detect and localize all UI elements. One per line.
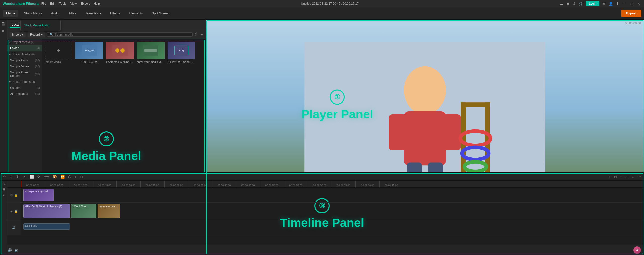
menu-export[interactable]: Export	[81, 2, 90, 5]
tl-fit-button[interactable]: ⊡	[613, 174, 618, 179]
ruler-50: 00:00:50:00	[260, 181, 284, 187]
filter-icon[interactable]: ⚙	[195, 33, 198, 36]
close-button[interactable]: ✕	[636, 2, 641, 6]
minimize-button[interactable]: ─	[622, 2, 626, 6]
menu-view[interactable]: View	[70, 2, 77, 5]
tl-more-button[interactable]: ⋯	[636, 174, 642, 179]
menu-help[interactable]: Help	[94, 2, 100, 5]
tree-sample-green-screen[interactable]: Sample Green Screen (10)	[7, 69, 42, 79]
tree-folder[interactable]: Folder (4)	[7, 45, 42, 51]
timeline-left-icons: ⬡ ⊞ ≡	[0, 181, 7, 255]
tree-preset-templates-header[interactable]: ▾ Preset Templates	[7, 79, 42, 85]
tab-titles[interactable]: Titles	[65, 10, 80, 17]
tl-audio-button[interactable]: ♪	[74, 174, 77, 179]
tree-shared-media-header[interactable]: ▸ Shared Media (0)	[7, 51, 42, 57]
media-label-1200: 1200_650-og	[81, 60, 98, 63]
track-lock-icon[interactable]: 🔒	[14, 193, 18, 197]
tl-redo-button[interactable]: ↪	[9, 174, 14, 179]
track-content-audio: audio track	[21, 220, 644, 235]
player-panel-number: ①	[330, 89, 345, 105]
tree-sample-video[interactable]: Sample Video (20)	[7, 63, 42, 69]
media-item-keyframes[interactable]: keyframes-winning-p...	[106, 42, 134, 63]
track-clip-keyframes[interactable]: keyframes-winning	[98, 204, 120, 218]
ruler-marks: 00:00:00:00 00:00:05:00 00:00:10:00 00:0…	[21, 181, 644, 187]
tl-cut-button[interactable]: ✂	[22, 174, 27, 179]
export-button[interactable]: Export	[621, 10, 641, 17]
tl-rotate-button[interactable]: ⟳	[36, 174, 42, 179]
tab-transitions[interactable]: Transitions	[82, 10, 105, 17]
media-thumb-keyframes	[106, 42, 134, 59]
media-item-show-magic[interactable]: show-your-magic-vid...	[137, 42, 165, 63]
refresh-icon[interactable]: ↺	[573, 2, 576, 6]
track-clip-audio[interactable]: audio track	[23, 223, 70, 230]
tree-sample-color-count: (25)	[35, 59, 40, 62]
subnav-local[interactable]: Local	[10, 22, 21, 28]
cart-icon[interactable]: 🛒	[579, 2, 583, 6]
tl-track-icon[interactable]: ≡	[3, 193, 4, 197]
svg-point-3	[115, 48, 119, 53]
tl-layer-icon[interactable]: ⊞	[2, 188, 5, 191]
menu-tools[interactable]: Tools	[59, 2, 66, 5]
user-icon[interactable]: 👤	[609, 2, 613, 6]
star-icon[interactable]: ★	[566, 2, 570, 6]
search-bar: 🔍	[47, 32, 193, 37]
tab-effects[interactable]: Effects	[107, 10, 124, 17]
tree-project-media-count: (4)	[31, 41, 34, 44]
tab-media[interactable]: Media	[3, 10, 18, 17]
timeline-tracks: 👁 🔒 show-your-magic-vid 👁 🔒	[7, 188, 644, 255]
tl-crop-button[interactable]: ⬜	[29, 174, 35, 179]
tab-elements[interactable]: Elements	[126, 10, 146, 17]
tl-zoom-in-button[interactable]: +	[608, 174, 612, 179]
tree-custom[interactable]: Custom (0)	[7, 85, 42, 91]
track-header-overlay: 👁 🔒	[7, 188, 21, 202]
tree-project-media-header[interactable]: ▾ Project Media (4)	[7, 39, 42, 45]
tab-split-screen[interactable]: Split Screen	[148, 10, 173, 17]
media-item-ai[interactable]: AI Play AIPlayAndNoWork_1...	[168, 42, 195, 63]
menu-file[interactable]: File	[41, 2, 46, 5]
tl-delete-button[interactable]: 🗑	[15, 174, 21, 179]
maximize-button[interactable]: □	[629, 2, 633, 6]
tl-snap-button[interactable]: ⊞	[624, 174, 629, 179]
track-main-eye-icon[interactable]: 👁	[10, 210, 13, 213]
tl-marker-button[interactable]: ⬥	[631, 174, 635, 179]
track-row-overlay: 👁 🔒 show-your-magic-vid	[7, 188, 644, 203]
track-main-lock-icon[interactable]: 🔒	[14, 210, 18, 213]
svg-text:AI Play: AI Play	[179, 49, 184, 52]
tree-folder-count: (4)	[37, 47, 40, 50]
track-audio-icon[interactable]: 🔊	[12, 226, 16, 229]
media-thumb-ai: AI Play	[168, 42, 195, 59]
record-button[interactable]: Record ▾	[28, 32, 45, 37]
track-clip-1200[interactable]: 1200_650-og	[71, 204, 96, 218]
tab-audio[interactable]: Audio	[48, 10, 63, 17]
tl-zoom-out-button[interactable]: -	[620, 174, 623, 179]
media-icon[interactable]: 🎬	[1, 22, 6, 26]
download-icon[interactable]: ⬇	[616, 2, 619, 6]
svg-text:1200_650: 1200_650	[85, 49, 94, 52]
media-item-1200[interactable]: 1200_650 1200_650-og	[75, 42, 103, 63]
tl-magnet-icon[interactable]: ⬡	[2, 182, 5, 186]
login-button[interactable]: Login	[586, 1, 599, 6]
tree-sample-color[interactable]: Sample Color (25)	[7, 57, 42, 63]
ruler-115: 00:01:15:00	[379, 181, 403, 187]
tl-color-button[interactable]: 🎨	[52, 174, 58, 179]
tab-stock-media[interactable]: Stock Media Stock Media Audio	[20, 10, 46, 17]
more-icon[interactable]: ⋯	[200, 33, 203, 36]
arrow-icon[interactable]: ▶	[2, 29, 5, 33]
track-clip-ai[interactable]: show-your-magic-vid	[23, 189, 54, 201]
menu-edit[interactable]: Edit	[50, 2, 55, 5]
cloud-icon[interactable]: ☁	[560, 2, 563, 6]
tl-split-button[interactable]: ⊟	[79, 174, 84, 179]
ruler-35: 00:00:35:00	[188, 181, 212, 187]
dropdown-stock-audio[interactable]: Stock Media Audio	[21, 22, 60, 29]
import-media-button[interactable]: +	[45, 42, 72, 59]
tl-stabilize-button[interactable]: ⬡	[67, 174, 72, 179]
search-input[interactable]	[55, 33, 190, 36]
mail-icon[interactable]: ✉	[602, 2, 606, 6]
track-eye-icon[interactable]: 👁	[10, 193, 13, 197]
import-button[interactable]: Import ▾	[10, 32, 26, 37]
tl-speed-button[interactable]: ⏩	[59, 174, 66, 179]
track-clip-ai-play[interactable]: AIPlayAndNoWork_1_Preview (2)	[23, 204, 70, 218]
tl-undo-button[interactable]: ↩	[2, 174, 7, 179]
tl-mirror-button[interactable]: ⟺	[43, 174, 50, 179]
tree-all-templates[interactable]: All Templates (50)	[7, 91, 42, 97]
